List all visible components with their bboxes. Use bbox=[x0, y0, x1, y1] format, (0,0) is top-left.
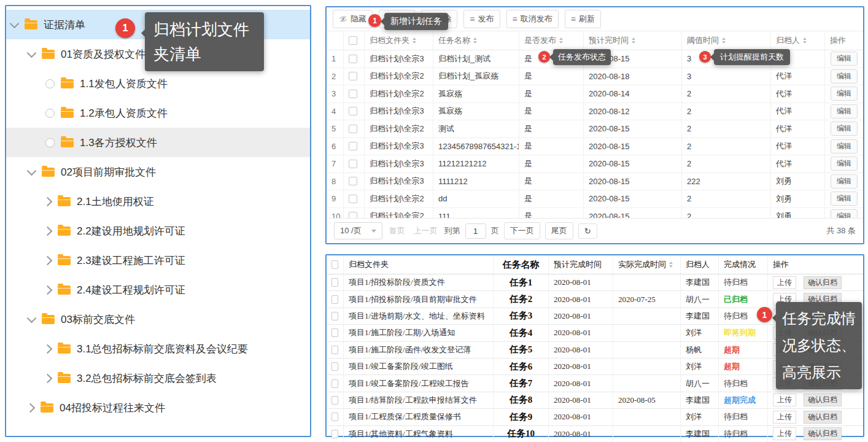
tree-item[interactable]: 1.2承包人资质文件 bbox=[6, 98, 310, 128]
tree-item[interactable]: 2.3建设工程施工许可证 bbox=[6, 246, 310, 275]
status-badge: 超期完成 bbox=[719, 392, 768, 408]
confirm-archive-button[interactable]: 确认归档 bbox=[804, 411, 842, 424]
upload-button[interactable]: 上传 bbox=[773, 276, 796, 289]
confirm-archive-button[interactable]: 确认归档 bbox=[804, 276, 842, 289]
chevron-right-icon[interactable] bbox=[43, 196, 53, 206]
chevron-down-icon[interactable] bbox=[27, 313, 37, 323]
unpublish-button[interactable]: ≡ 取消发布 bbox=[506, 10, 559, 28]
edit-button[interactable]: 编辑 bbox=[831, 192, 858, 206]
row-checkbox[interactable] bbox=[349, 195, 357, 203]
col-due[interactable]: 预计完时间 bbox=[584, 31, 682, 50]
task-name-cell: 11212121212 bbox=[433, 155, 519, 173]
row-checkbox[interactable] bbox=[331, 312, 338, 320]
tree-item[interactable]: 02项目前期审批文件 bbox=[6, 157, 310, 187]
chevron-right-icon[interactable] bbox=[43, 285, 53, 295]
edit-button[interactable]: 编辑 bbox=[831, 104, 858, 118]
next-page-button[interactable]: 下一页 bbox=[504, 222, 540, 239]
due-cell: 2020-08-01 bbox=[549, 308, 613, 324]
tree-item[interactable]: 2.2建设用地规划许可证 bbox=[6, 216, 310, 246]
row-checkbox[interactable] bbox=[349, 72, 357, 80]
publish-button[interactable]: ≡ 发布 bbox=[463, 10, 500, 28]
archiver-cell: 刘勇 bbox=[771, 190, 825, 207]
tree-item[interactable]: 1.3各方授权文件 bbox=[6, 128, 310, 157]
edit-button[interactable]: 编辑 bbox=[831, 69, 858, 83]
radio-icon[interactable] bbox=[45, 79, 55, 88]
edit-button[interactable]: 编辑 bbox=[831, 139, 858, 153]
refresh-button[interactable]: ≡ 刷新 bbox=[565, 10, 601, 28]
page-size-select[interactable]: 10 /页 bbox=[334, 222, 382, 239]
select-all-checkbox[interactable] bbox=[349, 36, 357, 45]
tree-item[interactable]: 2.1土地使用权证 bbox=[6, 187, 310, 216]
tree-item[interactable]: 1.1发包人资质文件 bbox=[6, 69, 310, 98]
upload-button[interactable]: 上传 bbox=[773, 427, 796, 440]
goto-page-input[interactable] bbox=[465, 223, 486, 239]
row-checkbox[interactable] bbox=[331, 346, 338, 354]
edit-button[interactable]: 编辑 bbox=[831, 174, 858, 188]
confirm-archive-button[interactable]: 确认归档 bbox=[804, 394, 842, 406]
tree-item[interactable]: 3.1总包招标标前交底资料及会议纪要 bbox=[6, 334, 310, 363]
task-name-cell: 任务7 bbox=[494, 375, 549, 391]
col-publish[interactable]: 是否发布 bbox=[519, 31, 584, 50]
first-page-button[interactable]: 首页 bbox=[387, 223, 407, 239]
chevron-down-icon[interactable] bbox=[27, 48, 37, 58]
row-checkbox[interactable] bbox=[349, 107, 357, 115]
chevron-right-icon[interactable] bbox=[43, 226, 53, 236]
row-checkbox[interactable] bbox=[331, 295, 338, 304]
row-checkbox[interactable] bbox=[331, 362, 338, 371]
chevron-down-icon[interactable] bbox=[27, 166, 37, 176]
tree-item[interactable]: 04招投标过程往来文件 bbox=[6, 393, 310, 422]
folder-cell: 项目1/施工阶段/函件/收发文登记薄 bbox=[344, 342, 494, 358]
tooltip-publish-status: 任务发布状态 bbox=[553, 49, 611, 65]
row-checkbox[interactable] bbox=[331, 278, 338, 287]
task-name-cell: 任务4 bbox=[494, 325, 549, 341]
tree-item[interactable]: 03标前交底文件 bbox=[6, 304, 310, 334]
tree-item[interactable]: 2.4建设工程规划许可证 bbox=[6, 275, 310, 304]
col-threshold[interactable]: 阈值时间 bbox=[682, 31, 771, 50]
row-checkbox[interactable] bbox=[331, 379, 338, 388]
folder-icon bbox=[41, 403, 53, 413]
col-folder: 归档文件夹 bbox=[344, 255, 494, 274]
row-checkbox[interactable] bbox=[331, 413, 338, 421]
select-all-checkbox[interactable] bbox=[331, 260, 338, 269]
due-cell: 2020-08-14 bbox=[584, 85, 682, 103]
folder-cell: 归档计划\全宗3 bbox=[365, 50, 433, 68]
col-task-name[interactable]: 任务名称 bbox=[433, 31, 519, 50]
edit-button[interactable]: 编辑 bbox=[831, 122, 858, 136]
upload-button[interactable]: 上传 bbox=[773, 411, 796, 424]
chevron-right-icon[interactable] bbox=[26, 403, 36, 413]
col-folder[interactable]: 归档文件夹 bbox=[365, 31, 433, 50]
row-checkbox[interactable] bbox=[349, 125, 357, 133]
chevron-right-icon[interactable] bbox=[43, 344, 53, 354]
edit-button[interactable]: 编辑 bbox=[831, 157, 858, 171]
radio-icon[interactable] bbox=[45, 109, 55, 118]
row-number: 8 bbox=[327, 173, 344, 190]
chevron-right-icon[interactable] bbox=[43, 255, 53, 265]
row-number: 4 bbox=[327, 103, 344, 120]
pager-refresh-button[interactable]: ↻ bbox=[578, 223, 597, 239]
row-checkbox[interactable] bbox=[331, 430, 338, 438]
edit-button[interactable]: 编辑 bbox=[831, 52, 858, 66]
col-actual[interactable]: 实际完成时间 bbox=[613, 255, 681, 274]
hide-button[interactable]: 隐藏 bbox=[333, 10, 373, 28]
sort-icon bbox=[413, 37, 416, 44]
edit-button[interactable]: 编辑 bbox=[831, 87, 858, 101]
prev-page-button[interactable]: 上一页 bbox=[412, 223, 440, 239]
row-checkbox[interactable] bbox=[349, 55, 357, 63]
row-checkbox[interactable] bbox=[349, 177, 357, 185]
upload-button[interactable]: 上传 bbox=[773, 394, 796, 406]
tree-item-label: 2.3建设工程施工许可证 bbox=[77, 254, 185, 268]
tree-item[interactable]: 3.2总包招标标前交底会签到表 bbox=[6, 363, 310, 393]
row-checkbox[interactable] bbox=[349, 160, 357, 168]
last-page-button[interactable]: 尾页 bbox=[545, 222, 573, 239]
row-checkbox[interactable] bbox=[331, 396, 338, 405]
chevron-down-icon[interactable] bbox=[10, 18, 20, 28]
row-checkbox[interactable] bbox=[349, 142, 357, 150]
col-archiver[interactable]: 归档人 bbox=[771, 31, 825, 50]
row-checkbox[interactable] bbox=[331, 328, 338, 337]
checkbox-cell bbox=[344, 103, 365, 120]
tree-item-label: 2.2建设用地规划许可证 bbox=[77, 224, 185, 238]
chevron-right-icon[interactable] bbox=[43, 373, 53, 383]
confirm-archive-button[interactable]: 确认归档 bbox=[804, 427, 842, 440]
radio-icon[interactable] bbox=[45, 138, 55, 147]
row-checkbox[interactable] bbox=[349, 90, 357, 98]
